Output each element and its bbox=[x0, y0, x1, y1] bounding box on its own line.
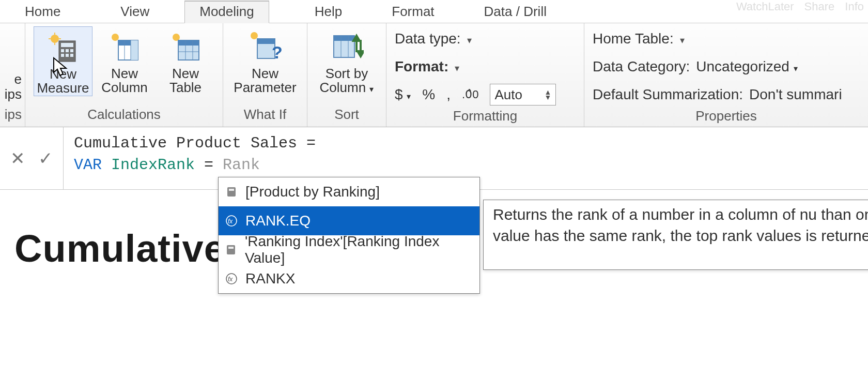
svg-rect-9 bbox=[70, 49, 73, 52]
new-measure-label-2: Measure bbox=[37, 81, 89, 95]
intellisense-item-label: RANKX bbox=[245, 270, 295, 287]
intellisense-item[interactable]: [Product by Ranking] bbox=[219, 177, 479, 206]
decimals-value: Auto bbox=[494, 87, 522, 103]
fx-icon: fx bbox=[225, 272, 238, 285]
svg-rect-30 bbox=[334, 36, 354, 41]
svg-marker-36 bbox=[358, 51, 364, 56]
svg-rect-8 bbox=[66, 49, 69, 52]
tab-modeling[interactable]: Modeling bbox=[184, 1, 269, 23]
intellisense-item[interactable]: 'Ranking Index'[Ranking Index Value] bbox=[219, 235, 479, 264]
new-column-label-2: Column bbox=[101, 81, 148, 95]
group-sort: Sort by Column ▾ Sort bbox=[307, 23, 386, 127]
intellisense-item[interactable]: fx RANKX bbox=[219, 264, 479, 293]
data-category-label: Data Category: bbox=[593, 58, 690, 75]
percent-button[interactable]: % bbox=[422, 86, 435, 103]
clipped-left-panel: e ips bbox=[0, 26, 22, 101]
info[interactable]: Info bbox=[845, 0, 864, 13]
var-name: IndexRank bbox=[111, 156, 195, 174]
svg-rect-6 bbox=[61, 43, 73, 47]
svg-text:fx: fx bbox=[228, 218, 233, 225]
intellisense-item-label: RANK.EQ bbox=[245, 213, 311, 229]
svg-rect-37 bbox=[227, 187, 236, 197]
new-table-button[interactable]: New Table bbox=[157, 26, 214, 95]
svg-rect-7 bbox=[61, 49, 64, 52]
svg-point-19 bbox=[173, 34, 180, 41]
video-overlay-actions: WatchLater Share Info bbox=[736, 0, 864, 13]
group-label-sort: Sort bbox=[316, 104, 378, 126]
tab-view[interactable]: View bbox=[106, 2, 164, 23]
svg-point-25 bbox=[251, 32, 258, 39]
intellisense-item-label: 'Ranking Index'[Ranking Index Value] bbox=[245, 233, 473, 266]
group-label-whatif: What If bbox=[231, 104, 299, 126]
data-category-value[interactable]: Uncategorized ▾ bbox=[696, 58, 797, 75]
formula-cancel-button[interactable]: ✕ bbox=[10, 148, 25, 169]
svg-point-13 bbox=[112, 34, 119, 41]
group-label-properties: Properties bbox=[593, 106, 860, 127]
currency-button[interactable]: $ ▾ bbox=[395, 86, 411, 103]
sort-by-column-button[interactable]: Sort by Column ▾ bbox=[316, 26, 378, 95]
new-parameter-label-2: Parameter bbox=[234, 81, 296, 95]
group-whatif: ? New Parameter What If bbox=[223, 23, 307, 127]
svg-rect-21 bbox=[178, 40, 199, 46]
new-table-label-2: Table bbox=[169, 81, 202, 95]
ribbon: e ips ips New Measur bbox=[0, 23, 868, 127]
format-dropdown[interactable] bbox=[455, 58, 459, 75]
svg-text:?: ? bbox=[272, 42, 282, 62]
sort-by-column-label-1: Sort by bbox=[326, 67, 368, 81]
intellisense-popup: [Product by Ranking] fx RANK.EQ 'Ranking… bbox=[218, 177, 480, 294]
decimals-icon[interactable]: .0̂0 bbox=[462, 88, 478, 101]
group-label-formatting: Formatting bbox=[395, 106, 576, 127]
svg-rect-42 bbox=[228, 247, 234, 249]
group-calculations: New Measure New Column bbox=[25, 23, 223, 127]
group-formatting: Data type: Format: $ ▾ % , .0̂0 Auto ▲▼ bbox=[386, 23, 584, 127]
format-label: Format: bbox=[395, 58, 448, 75]
new-table-label-1: New bbox=[172, 67, 199, 81]
formula-line1: Cumulative Product Sales = bbox=[74, 134, 316, 152]
new-parameter-label-1: New bbox=[252, 67, 278, 81]
thousand-sep-button[interactable]: , bbox=[446, 86, 451, 103]
measure-icon bbox=[225, 185, 238, 199]
decimals-spinner[interactable]: Auto ▲▼ bbox=[490, 84, 556, 105]
default-summarization-label: Default Summarization: bbox=[593, 86, 743, 103]
tab-help[interactable]: Help bbox=[300, 2, 357, 23]
intellisense-item-label: [Product by Ranking] bbox=[245, 184, 380, 200]
svg-rect-12 bbox=[70, 54, 73, 57]
new-table-icon bbox=[168, 29, 203, 64]
spinner-arrows-icon[interactable]: ▲▼ bbox=[545, 89, 552, 100]
ribbon-tabs: Home View Modeling Help Format Data / Dr… bbox=[0, 0, 868, 23]
group-properties: Home Table: Data Category: Uncategorized… bbox=[584, 23, 868, 127]
formula-accept-button[interactable]: ✓ bbox=[38, 148, 53, 169]
default-summarization-value[interactable]: Don't summari bbox=[749, 86, 842, 103]
fx-icon: fx bbox=[225, 214, 238, 228]
new-measure-label-1: New bbox=[50, 67, 76, 81]
new-column-label-1: New bbox=[111, 67, 138, 81]
svg-rect-38 bbox=[229, 189, 234, 191]
sort-by-column-label-2: Column ▾ bbox=[320, 81, 374, 95]
formula-editor[interactable]: Cumulative Product Sales = VAR IndexRank… bbox=[64, 127, 868, 181]
tab-home[interactable]: Home bbox=[10, 2, 75, 23]
new-column-icon bbox=[107, 29, 142, 64]
svg-text:fx: fx bbox=[228, 276, 233, 283]
intellisense-item-selected[interactable]: fx RANK.EQ bbox=[219, 206, 479, 235]
svg-rect-16 bbox=[131, 40, 138, 60]
data-type-label: Data type: bbox=[395, 31, 461, 47]
home-table-dropdown[interactable] bbox=[680, 31, 685, 47]
group-label-relationships: ips bbox=[0, 104, 22, 126]
intellisense-tooltip: Returns the rank of a number in a column… bbox=[483, 200, 868, 270]
group-label-calculations: Calculations bbox=[34, 104, 214, 126]
data-type-dropdown[interactable] bbox=[467, 31, 472, 47]
svg-rect-41 bbox=[227, 245, 235, 254]
kw-var: VAR bbox=[74, 156, 102, 174]
share[interactable]: Share bbox=[804, 0, 835, 13]
new-measure-icon bbox=[46, 30, 80, 64]
typed-text: Rank bbox=[223, 156, 260, 174]
svg-rect-10 bbox=[61, 54, 64, 57]
watch-later[interactable]: WatchLater bbox=[736, 0, 794, 13]
tab-data-drill[interactable]: Data / Drill bbox=[470, 2, 561, 23]
new-measure-button[interactable]: New Measure bbox=[34, 26, 92, 96]
new-parameter-button[interactable]: ? New Parameter bbox=[231, 26, 299, 95]
svg-rect-11 bbox=[66, 54, 69, 57]
new-column-button[interactable]: New Column bbox=[96, 26, 153, 95]
home-table-label: Home Table: bbox=[593, 31, 674, 47]
tab-format[interactable]: Format bbox=[377, 2, 448, 23]
